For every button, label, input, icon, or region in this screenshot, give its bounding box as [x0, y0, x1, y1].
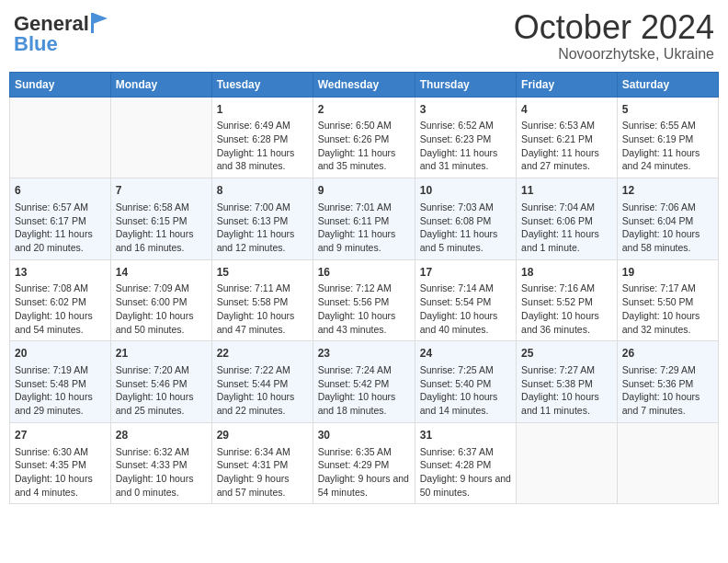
sunset-text: Sunset: 5:56 PM [318, 295, 410, 309]
daylight-text: Daylight: 11 hours and 31 minutes. [420, 146, 511, 173]
sunrise-text: Sunrise: 6:30 AM [15, 445, 106, 459]
sunset-text: Sunset: 4:31 PM [217, 458, 308, 472]
sunset-text: Sunset: 5:50 PM [622, 295, 713, 309]
sunset-text: Sunset: 5:38 PM [521, 377, 612, 391]
day-cell: 13Sunrise: 7:08 AMSunset: 6:02 PMDayligh… [10, 259, 111, 341]
week-row-5: 27Sunrise: 6:30 AMSunset: 4:35 PMDayligh… [10, 422, 719, 504]
day-cell [617, 422, 718, 504]
day-number: 16 [318, 265, 410, 281]
daylight-text: Daylight: 10 hours and 40 minutes. [420, 309, 511, 336]
daylight-text: Daylight: 11 hours and 27 minutes. [521, 146, 612, 173]
sunset-text: Sunset: 6:11 PM [318, 214, 410, 228]
day-number: 27 [15, 428, 106, 443]
sunset-text: Sunset: 6:17 PM [15, 214, 106, 228]
day-cell: 5Sunrise: 6:55 AMSunset: 6:19 PMDaylight… [617, 97, 718, 178]
day-cell: 28Sunrise: 6:32 AMSunset: 4:33 PMDayligh… [110, 422, 211, 504]
sunrise-text: Sunrise: 7:09 AM [116, 282, 207, 295]
daylight-text: Daylight: 10 hours and 50 minutes. [116, 309, 207, 336]
day-number: 25 [521, 346, 612, 362]
day-cell: 23Sunrise: 7:24 AMSunset: 5:42 PMDayligh… [313, 341, 415, 423]
daylight-text: Daylight: 10 hours and 47 minutes. [217, 309, 308, 336]
sunrise-text: Sunrise: 7:00 AM [217, 201, 308, 214]
day-number: 3 [420, 102, 511, 118]
day-number: 18 [521, 265, 612, 281]
sunrise-text: Sunrise: 7:16 AM [521, 282, 612, 295]
sunrise-text: Sunrise: 6:52 AM [420, 119, 511, 132]
sunset-text: Sunset: 5:42 PM [318, 377, 410, 391]
day-cell: 14Sunrise: 7:09 AMSunset: 6:00 PMDayligh… [110, 259, 211, 341]
day-cell: 25Sunrise: 7:27 AMSunset: 5:38 PMDayligh… [517, 341, 618, 423]
sunset-text: Sunset: 4:35 PM [15, 458, 106, 472]
day-cell: 10Sunrise: 7:03 AMSunset: 6:08 PMDayligh… [415, 178, 516, 260]
sunrise-text: Sunrise: 7:19 AM [15, 363, 106, 377]
sunset-text: Sunset: 5:46 PM [116, 377, 207, 391]
sunset-text: Sunset: 6:28 PM [217, 132, 308, 146]
day-number: 28 [116, 428, 207, 443]
daylight-text: Daylight: 10 hours and 32 minutes. [622, 309, 713, 336]
day-cell [10, 97, 111, 178]
week-row-3: 13Sunrise: 7:08 AMSunset: 6:02 PMDayligh… [10, 259, 719, 341]
sunrise-text: Sunrise: 7:12 AM [318, 282, 410, 295]
title-area: October 2024 Novoorzhytske, Ukraine [514, 9, 714, 63]
day-number: 8 [217, 183, 308, 199]
sunset-text: Sunset: 5:36 PM [622, 377, 713, 391]
day-number: 23 [318, 346, 410, 362]
sunset-text: Sunset: 5:48 PM [15, 377, 106, 391]
sunset-text: Sunset: 6:19 PM [622, 132, 713, 146]
day-cell: 27Sunrise: 6:30 AMSunset: 4:35 PMDayligh… [10, 422, 111, 504]
daylight-text: Daylight: 10 hours and 18 minutes. [318, 390, 410, 417]
day-number: 24 [420, 346, 511, 362]
week-row-2: 6Sunrise: 6:57 AMSunset: 6:17 PMDaylight… [10, 178, 719, 260]
daylight-text: Daylight: 9 hours and 54 minutes. [318, 472, 410, 499]
daylight-text: Daylight: 11 hours and 9 minutes. [318, 227, 410, 254]
day-number: 12 [622, 183, 713, 199]
sunrise-text: Sunrise: 7:29 AM [622, 363, 713, 377]
day-number: 13 [15, 265, 106, 281]
day-cell: 16Sunrise: 7:12 AMSunset: 5:56 PMDayligh… [313, 259, 415, 341]
day-number: 20 [15, 346, 106, 362]
logo: General Blue [14, 14, 108, 54]
logo-text-blue: Blue [14, 32, 58, 55]
sunrise-text: Sunrise: 7:04 AM [521, 201, 612, 214]
day-number: 22 [217, 346, 308, 362]
day-cell: 2Sunrise: 6:50 AMSunset: 6:26 PMDaylight… [313, 97, 415, 178]
location: Novoorzhytske, Ukraine [514, 46, 714, 63]
sunrise-text: Sunrise: 6:53 AM [521, 119, 612, 132]
header-wednesday: Wednesday [313, 72, 415, 97]
svg-rect-1 [91, 13, 94, 33]
sunrise-text: Sunrise: 7:06 AM [622, 201, 713, 214]
day-number: 31 [420, 428, 511, 443]
daylight-text: Daylight: 10 hours and 11 minutes. [521, 390, 612, 417]
sunrise-text: Sunrise: 7:11 AM [217, 282, 308, 295]
sunrise-text: Sunrise: 7:24 AM [318, 363, 410, 377]
day-number: 7 [116, 183, 207, 199]
sunset-text: Sunset: 4:29 PM [318, 458, 410, 472]
day-cell: 1Sunrise: 6:49 AMSunset: 6:28 PMDaylight… [211, 97, 313, 178]
sunset-text: Sunset: 6:08 PM [420, 214, 511, 228]
svg-marker-0 [93, 13, 108, 24]
day-cell: 12Sunrise: 7:06 AMSunset: 6:04 PMDayligh… [617, 178, 718, 260]
week-row-4: 20Sunrise: 7:19 AMSunset: 5:48 PMDayligh… [10, 341, 719, 423]
sunset-text: Sunset: 5:40 PM [420, 377, 511, 391]
sunset-text: Sunset: 6:06 PM [521, 214, 612, 228]
day-cell: 20Sunrise: 7:19 AMSunset: 5:48 PMDayligh… [10, 341, 111, 423]
daylight-text: Daylight: 9 hours and 50 minutes. [420, 472, 511, 499]
calendar-table: SundayMondayTuesdayWednesdayThursdayFrid… [9, 72, 719, 505]
daylight-text: Daylight: 10 hours and 22 minutes. [217, 390, 308, 417]
header-saturday: Saturday [617, 72, 718, 97]
daylight-text: Daylight: 10 hours and 36 minutes. [521, 309, 612, 336]
header-thursday: Thursday [415, 72, 516, 97]
sunset-text: Sunset: 4:33 PM [116, 458, 207, 472]
daylight-text: Daylight: 11 hours and 5 minutes. [420, 227, 511, 254]
day-number: 11 [521, 183, 612, 199]
day-cell: 22Sunrise: 7:22 AMSunset: 5:44 PMDayligh… [211, 341, 313, 423]
day-number: 10 [420, 183, 511, 199]
day-cell: 9Sunrise: 7:01 AMSunset: 6:11 PMDaylight… [313, 178, 415, 260]
day-number: 2 [318, 102, 410, 118]
sunrise-text: Sunrise: 7:01 AM [318, 201, 410, 214]
daylight-text: Daylight: 10 hours and 54 minutes. [15, 309, 106, 336]
daylight-text: Daylight: 11 hours and 20 minutes. [15, 227, 106, 254]
sunrise-text: Sunrise: 6:50 AM [318, 119, 410, 132]
sunrise-text: Sunrise: 6:57 AM [15, 201, 106, 214]
sunrise-text: Sunrise: 6:32 AM [116, 445, 207, 459]
